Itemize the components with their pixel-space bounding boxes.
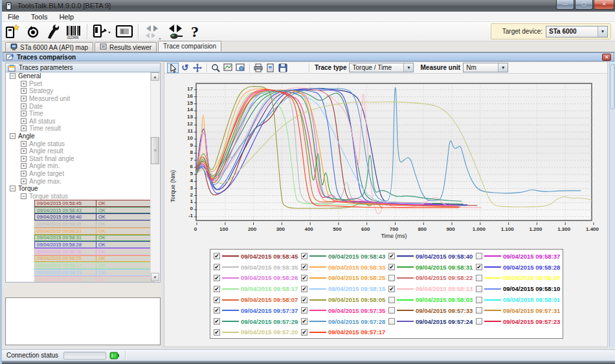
scroll-up-icon[interactable]: ▲ bbox=[151, 72, 159, 81]
legend-entry[interactable]: ✔09/04/2015 09:58:31 bbox=[386, 264, 474, 271]
tree-item-angle[interactable]: −Angle bbox=[6, 133, 160, 140]
checked-checkbox[interactable]: ✔ bbox=[301, 286, 308, 292]
torque-status-row[interactable]: 09/04/2015 09:58:28OK bbox=[34, 241, 155, 248]
legend-entry[interactable]: ✔09/04/2015 09:58:17 bbox=[212, 285, 299, 292]
tab-sta-6000-aa-api-map[interactable]: STa 6000 AA (API) map bbox=[5, 42, 93, 52]
legend-entry[interactable]: ✔09/04/2015 09:57:20 bbox=[212, 328, 299, 336]
zoom-button[interactable] bbox=[210, 63, 221, 73]
unchecked-checkbox[interactable] bbox=[476, 286, 482, 292]
legend-entry[interactable]: ✔09/04/2015 09:57:29 bbox=[212, 318, 299, 325]
window-vertical-scrollbar[interactable] bbox=[609, 61, 615, 347]
pan-button[interactable] bbox=[192, 63, 203, 73]
unchecked-checkbox[interactable] bbox=[476, 307, 482, 314]
torque-status-row[interactable]: 09/04/2015 09:58:26OK bbox=[34, 248, 155, 255]
scroll-down-icon[interactable]: ▼ bbox=[151, 273, 159, 281]
target-device-select[interactable]: STa 6000 ▼ bbox=[546, 26, 608, 37]
measure-unit-select[interactable]: Nm ▼ bbox=[463, 63, 508, 72]
connect-device-button[interactable] bbox=[164, 23, 187, 41]
collapse-icon[interactable]: − bbox=[10, 186, 16, 191]
unchecked-checkbox[interactable] bbox=[388, 275, 395, 281]
checked-checkbox[interactable]: ✔ bbox=[214, 307, 220, 314]
collapse-icon[interactable]: − bbox=[21, 193, 27, 199]
collapse-icon[interactable]: − bbox=[10, 133, 16, 139]
legend-entry[interactable]: 09/04/2015 09:58:10 bbox=[474, 285, 561, 292]
unchecked-checkbox[interactable] bbox=[388, 297, 395, 303]
expand-icon[interactable]: + bbox=[21, 148, 27, 154]
menu-item-file[interactable]: File bbox=[2, 12, 25, 21]
undo-zoom-button[interactable]: ↺ bbox=[179, 63, 191, 73]
checked-checkbox[interactable]: ✔ bbox=[388, 286, 395, 292]
checked-checkbox[interactable]: ✔ bbox=[301, 307, 308, 314]
cursor-button[interactable] bbox=[167, 63, 179, 73]
copy-chart-button[interactable] bbox=[222, 63, 234, 73]
title-bar[interactable]: ToolsTalk BLM 9.0.0 [BETA 9] — ▢ ✕ bbox=[2, 0, 615, 12]
tab-trace-comparision[interactable]: Trace comparision bbox=[158, 41, 221, 52]
legend-entry[interactable]: ✔09/04/2015 09:58:45 bbox=[212, 253, 299, 260]
unchecked-checkbox[interactable] bbox=[476, 297, 482, 303]
refresh-device-button[interactable] bbox=[23, 23, 43, 41]
tree-item-general[interactable]: −General bbox=[6, 72, 160, 80]
export-chart-button[interactable] bbox=[234, 63, 246, 73]
unchecked-checkbox[interactable] bbox=[476, 253, 482, 259]
trace-type-select[interactable]: Torque / Time ▼ bbox=[349, 63, 414, 72]
checked-checkbox[interactable]: ✔ bbox=[301, 253, 308, 259]
help-button[interactable]: ? bbox=[187, 23, 204, 41]
tree-item-start-final-angle[interactable]: +Start final angle bbox=[6, 155, 160, 163]
tree-scrollbar[interactable]: ▲ ≡ ▼ bbox=[150, 72, 159, 281]
expand-icon[interactable]: + bbox=[21, 178, 27, 184]
torque-status-row[interactable]: 09/04/2015 09:58:31OK bbox=[34, 235, 155, 242]
legend-entry[interactable]: ✔09/04/2015 09:58:15 bbox=[299, 285, 386, 292]
window-scroll-thumb[interactable] bbox=[610, 64, 615, 109]
legend-entry[interactable]: 09/04/2015 09:58:22 bbox=[386, 274, 474, 281]
save-button[interactable] bbox=[277, 63, 289, 73]
legend-entry[interactable]: ✔09/04/2015 09:58:26 bbox=[212, 274, 299, 281]
checked-checkbox[interactable]: ✔ bbox=[214, 286, 220, 292]
new-device-button[interactable] bbox=[2, 23, 23, 41]
legend-entry[interactable]: 09/04/2015 09:58:20 bbox=[474, 274, 561, 281]
legend-entry[interactable]: ✔09/04/2015 09:58:13 bbox=[386, 285, 474, 292]
monitor-view-button[interactable] bbox=[113, 23, 136, 41]
unchecked-checkbox[interactable] bbox=[476, 318, 482, 325]
tool-config-button[interactable] bbox=[43, 23, 63, 41]
checked-checkbox[interactable]: ✔ bbox=[214, 253, 220, 259]
legend-entry[interactable]: 09/04/2015 09:57:31 bbox=[474, 307, 561, 314]
device-settings-button[interactable] bbox=[89, 23, 113, 41]
checked-checkbox[interactable]: ✔ bbox=[388, 253, 395, 259]
legend-entry[interactable]: ✔09/04/2015 09:58:28 bbox=[474, 264, 561, 271]
barcode-button[interactable]: 0123456 bbox=[63, 23, 85, 41]
expand-icon[interactable]: + bbox=[21, 111, 27, 116]
checked-checkbox[interactable]: ✔ bbox=[476, 264, 482, 270]
expand-icon[interactable]: + bbox=[21, 118, 27, 124]
checked-checkbox[interactable]: ✔ bbox=[301, 318, 308, 325]
tree-item-time-result[interactable]: +Time result bbox=[6, 125, 160, 133]
expand-icon[interactable]: + bbox=[21, 81, 27, 87]
checked-checkbox[interactable]: ✔ bbox=[214, 264, 220, 270]
torque-status-row[interactable]: 09/04/2015 09:58:40OK bbox=[34, 213, 155, 220]
torque-status-row[interactable]: 09/04/2015 09:58:33OK bbox=[34, 228, 155, 235]
checked-checkbox[interactable]: ✔ bbox=[214, 275, 220, 281]
expand-icon[interactable]: + bbox=[21, 141, 27, 147]
expand-icon[interactable]: + bbox=[21, 103, 27, 109]
torque-status-row[interactable]: 09/04/2015 09:58:15OK bbox=[34, 269, 155, 276]
legend-entry[interactable]: ✔09/04/2015 09:58:43 bbox=[299, 253, 386, 260]
traces-parameters-header[interactable]: Traces parameters bbox=[5, 63, 161, 72]
torque-status-row[interactable]: 09/04/2015 09:58:35OK bbox=[34, 220, 155, 228]
collapse-icon[interactable]: − bbox=[10, 73, 16, 79]
tree-item-strategy[interactable]: +Strategy bbox=[6, 87, 160, 95]
legend-entry[interactable]: ✔09/04/2015 09:58:33 bbox=[299, 264, 386, 271]
checked-checkbox[interactable]: ✔ bbox=[214, 297, 220, 303]
legend-entry[interactable]: 09/04/2015 09:57:24 bbox=[386, 318, 474, 325]
legend-entry[interactable]: 09/04/2015 09:58:03 bbox=[386, 296, 474, 303]
legend-entry[interactable]: ✔09/04/2015 09:57:35 bbox=[299, 307, 386, 314]
tree-item-angle-result[interactable]: +Angle result bbox=[6, 147, 160, 155]
tree-item-pset[interactable]: +Pset bbox=[6, 80, 160, 88]
legend-entry[interactable]: 09/04/2015 09:58:01 bbox=[474, 296, 561, 303]
tree-scroll-thumb[interactable]: ≡ bbox=[151, 137, 159, 164]
unchecked-checkbox[interactable] bbox=[388, 307, 395, 314]
checked-checkbox[interactable]: ✔ bbox=[214, 318, 220, 325]
tree-item-angle-max-[interactable]: +Angle max. bbox=[6, 177, 160, 185]
expand-icon[interactable]: + bbox=[21, 171, 27, 177]
expand-icon[interactable]: + bbox=[21, 88, 27, 94]
tab-results-viewer[interactable]: Results viewer bbox=[95, 42, 157, 52]
tree-item-angle-target[interactable]: +Angle target bbox=[6, 170, 160, 178]
